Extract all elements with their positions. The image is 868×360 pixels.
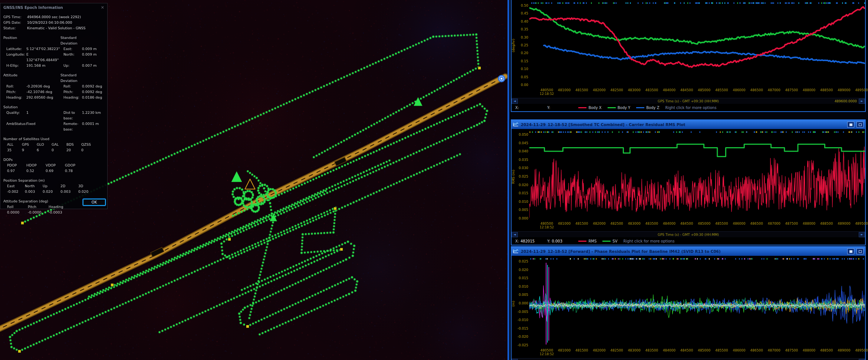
x-tick-label: 48050012:18:52 (538, 222, 555, 229)
legend-entry[interactable]: Body Z (636, 106, 659, 110)
x-tick-label: 486500 (748, 349, 765, 352)
plot-canvas-body-xyz[interactable] (529, 4, 865, 87)
legend-label: SV (612, 239, 617, 243)
x-tick-value: 488000 (800, 222, 818, 225)
x-tick-value: 480500 (538, 349, 555, 352)
plot-scrollbar[interactable]: ◄GPS Time (s) - GMT +09:30 (HH:MM)► (512, 358, 865, 360)
legend-entry[interactable]: Body Y (608, 106, 631, 110)
dialog-title-bar: GNSS/INS Epoch Information ✕ (0, 3, 107, 11)
legend-swatch (578, 107, 586, 108)
x-tick-value: 484500 (678, 349, 695, 352)
field-value: 1 (26, 110, 60, 121)
legend-label: Body Y (618, 106, 631, 110)
y-tick-label: 0.35 (513, 27, 528, 31)
x-tick-value: 480500 (538, 88, 555, 92)
table-title: DOPs (3, 157, 105, 162)
field-value: 0.009 m (82, 46, 105, 52)
plot-canvas-carrier-rms[interactable] (529, 133, 865, 221)
field-value: 0.0186 deg (82, 95, 105, 100)
table-header-row: PDOPHDOPVDOPGDOP (3, 162, 105, 168)
x-tick-label: 485500 (713, 88, 730, 92)
table-cell: 0.52 (23, 168, 42, 174)
section-title: Attitude (3, 72, 26, 83)
x-tick-value: 483000 (626, 349, 643, 352)
y-tick-label: -0.015 (513, 327, 528, 330)
y-tick-label: 0.010 (513, 285, 528, 288)
epoch-info-dialog: GNSS/INS Epoch Information ✕ GPS Time:49… (0, 3, 108, 209)
plot-window-carrier-rms: 2024-11-29_12-18-52 [Smoothed TC Combine… (511, 119, 866, 245)
x-tick-value: 482000 (591, 88, 608, 92)
plot-canvas-phase-residuals[interactable] (529, 260, 865, 348)
x-tick-value: 488000 (800, 349, 818, 352)
legend-entry[interactable]: RMS (578, 239, 596, 243)
minimize-button[interactable] (847, 122, 854, 128)
plot-window-titlebar[interactable]: 2024-11-29_12-18-52 [Smoothed TC Combine… (512, 120, 865, 129)
scroll-right-arrow[interactable]: ► (859, 359, 865, 360)
spacer (26, 104, 60, 110)
field-value: 10/29/2023 04:10:06.000 (27, 20, 72, 25)
field-value: 0.007 m (82, 63, 105, 68)
field-label: GPS Time: (3, 14, 27, 20)
x-tick-label: 488000 (800, 88, 818, 92)
y-tick-label: 0.25 (513, 43, 528, 47)
table-row: 0.970.520.690.78 (3, 168, 105, 174)
y-axis-gutter: (m)0.0250.0200.0150.0100.0050.000-0.005-… (512, 260, 529, 348)
scroll-right-arrow[interactable]: ► (859, 99, 865, 104)
y-tick-label: 0.20 (513, 51, 528, 55)
plot-scrollbar[interactable]: ◄GPS Time (s) - GMT +09:30 (HH:MM)489600… (512, 98, 865, 104)
x-tick-value: 487500 (783, 222, 800, 225)
x-tick-label: 483500 (643, 88, 660, 92)
x-tick-label: 483000 (626, 222, 643, 225)
x-tick-label: 484000 (661, 222, 678, 225)
maximize-button[interactable] (857, 248, 864, 254)
y-tick-label: -0.020 (513, 335, 528, 338)
x-tick-value: 485000 (696, 88, 713, 92)
field-label: Status: (3, 25, 27, 31)
ok-button[interactable]: OK (83, 199, 106, 206)
y-tick-label: 0.30 (513, 36, 528, 39)
table-header-cell: Pitch (24, 204, 45, 209)
x-tick-value: 485000 (696, 349, 713, 352)
table-header-cell: 3D (75, 183, 92, 189)
table-cell: 0.97 (3, 168, 23, 174)
minimize-button[interactable] (847, 248, 854, 254)
x-tick-subvalue: 12:18:52 (538, 352, 555, 356)
maximize-glyph (859, 123, 862, 126)
x-tick-value: 485500 (713, 349, 730, 352)
cursor-x-value: 482015 (520, 239, 542, 243)
scroll-right-arrow[interactable]: ► (859, 232, 865, 237)
close-icon[interactable]: ✕ (101, 5, 104, 10)
x-tick-value: 483000 (626, 222, 643, 225)
table-cell: 0.003 (57, 189, 75, 194)
legend-swatch (608, 107, 616, 108)
spacer (82, 72, 105, 83)
dialog-title: GNSS/INS Epoch Information (3, 5, 63, 10)
x-tick-label: 481500 (573, 349, 590, 352)
table-cell: 0.020 (75, 189, 92, 194)
x-tick-value: 482000 (591, 222, 608, 225)
table-header-cell: Heading (45, 204, 66, 209)
x-tick-label: 488500 (818, 88, 835, 92)
table-cell: -0.0003 (45, 209, 66, 215)
legend-entry[interactable]: SV (602, 239, 617, 243)
legend-entry[interactable]: Body X (578, 106, 601, 110)
maximize-button[interactable] (857, 122, 864, 128)
legend-hint: Right click for more options (624, 239, 675, 243)
sv-status-strip (512, 129, 865, 133)
field-value: 1.2230 km (82, 110, 105, 121)
plot-window-titlebar[interactable]: 2024-11-29_12-18-52 [Forward] - Phase Re… (512, 247, 865, 256)
x-tick-value: 485000 (696, 222, 713, 225)
y-tick-label: 0.050 (513, 133, 528, 136)
table-header-cell: North (21, 183, 39, 189)
field-label: Heading: (60, 95, 82, 100)
field-value: 0.0092 deg (82, 83, 105, 89)
table-header-cell: BDS (63, 142, 78, 147)
x-tick-label: 489500 (853, 222, 868, 225)
x-tick-value: 486500 (748, 222, 765, 225)
y-tick-label: 0.45 (513, 11, 528, 15)
section-title: Standard Deviation (60, 72, 82, 83)
plot-scrollbar[interactable]: ◄GPS Time (s) - GMT +09:30 (HH:MM)► (512, 231, 865, 237)
x-tick-label: 489500 (853, 349, 868, 352)
x-tick-value: 481500 (573, 349, 590, 352)
y-tick-label: -0.010 (513, 318, 528, 322)
